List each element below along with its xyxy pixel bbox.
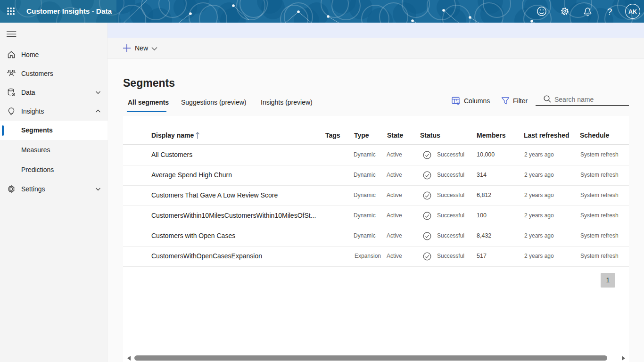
svg-text:AK: AK [628,8,637,15]
svg-text:?: ? [607,7,612,16]
